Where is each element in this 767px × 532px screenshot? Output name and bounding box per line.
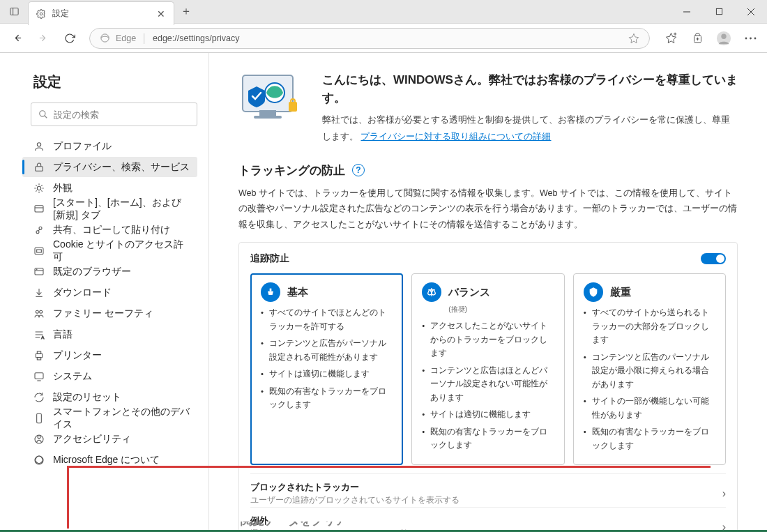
favorite-icon[interactable]: [628, 33, 639, 44]
svg-rect-44: [37, 413, 42, 423]
blocked-trackers-row[interactable]: ブロックされたトラッカー ユーザーの追跡がブロックされているサイトを表示する ›: [250, 473, 726, 507]
tracking-description: Web サイトでは、トラッカーを使用して閲覧に関する情報を収集します。Web サ…: [238, 185, 738, 233]
nav-label: 既定のブラウザー: [53, 266, 131, 278]
mode-card-バランス[interactable]: バランス(推奨)アクセスしたことがないサイトからのトラッカーをブロックしますコン…: [411, 273, 564, 465]
nav-icon: [33, 392, 45, 403]
sidebar-item-13[interactable]: スマートフォンとその他のデバイス: [22, 408, 197, 428]
nav-icon: [33, 225, 45, 236]
collections-button[interactable]: [686, 27, 708, 50]
nav-label: プロファイル: [53, 140, 112, 153]
menu-button[interactable]: [739, 27, 761, 50]
blocked-title: ブロックされたトラッカー: [250, 481, 460, 494]
toolbar: Edge │ edge://settings/privacy: [0, 24, 767, 53]
tab-title: 設定: [52, 8, 150, 20]
nav-label: プライバシー、検索、サービス: [53, 161, 190, 174]
nav-label: 言語: [53, 328, 73, 341]
svg-rect-50: [259, 110, 276, 116]
back-button[interactable]: [6, 27, 28, 50]
sidebar-item-12[interactable]: 設定のリセット: [22, 387, 197, 407]
svg-point-46: [35, 435, 43, 443]
window-titlebar: 設定 ✕ ＋: [0, 0, 767, 24]
help-icon[interactable]: ?: [352, 164, 365, 176]
svg-marker-11: [666, 33, 676, 43]
sidebar-item-1[interactable]: プライバシー、検索、サービス: [22, 157, 197, 177]
privacy-link[interactable]: プライバシーに対する取り組みについての詳細: [360, 132, 551, 142]
sidebar-item-11[interactable]: システム: [22, 366, 197, 386]
sidebar-item-9[interactable]: A言語: [22, 324, 197, 344]
profile-button[interactable]: [713, 27, 735, 50]
svg-rect-31: [37, 250, 42, 252]
svg-point-21: [754, 37, 756, 39]
svg-rect-30: [35, 248, 43, 254]
svg-point-22: [40, 111, 45, 116]
nav-label: アクセシビリティ: [53, 433, 131, 446]
mode-card-厳重[interactable]: 厳重すべてのサイトから送られるトラッカーの大部分をブロックしますコンテンツと広告…: [573, 273, 726, 465]
nav-label: ファミリー セーフティ: [53, 307, 153, 320]
chevron-right-icon: ›: [722, 487, 726, 500]
sidebar-item-10[interactable]: プリンター: [22, 345, 197, 365]
nav-icon: [33, 371, 45, 382]
svg-rect-42: [35, 372, 43, 379]
svg-rect-25: [36, 166, 43, 171]
nav-icon: [33, 287, 45, 298]
sidebar-item-6[interactable]: 既定のブラウザー: [22, 261, 197, 282]
svg-point-34: [36, 269, 37, 270]
svg-rect-0: [10, 8, 17, 15]
blocked-sub: ユーザーの追跡がブロックされているサイトを表示する: [250, 495, 460, 506]
sidebar-item-7[interactable]: ダウンロード: [22, 282, 197, 303]
svg-point-9: [101, 34, 109, 42]
settings-sidebar: 設定 プロファイルプライバシー、検索、サービス外観[スタート]、[ホーム]、およ…: [0, 53, 209, 530]
sidebar-item-14[interactable]: アクセシビリティ: [22, 429, 197, 449]
sidebar-item-15[interactable]: Microsoft Edge について: [22, 450, 197, 470]
forward-button[interactable]: [32, 27, 54, 50]
svg-point-20: [750, 37, 752, 39]
svg-point-24: [37, 142, 40, 146]
chevron-right-icon: ›: [722, 521, 726, 530]
hero-heading: こんにちは、WINDOWSさん。弊社ではお客様のプライバシーを尊重しています。: [322, 71, 738, 107]
tab-actions-button[interactable]: [0, 0, 28, 23]
nav-icon: [33, 266, 45, 278]
favorites-button[interactable]: [660, 27, 682, 50]
sidebar-item-0[interactable]: プロファイル: [22, 136, 197, 156]
address-bar[interactable]: Edge │ edge://settings/privacy: [89, 28, 650, 49]
nav-icon: [33, 204, 45, 215]
sidebar-item-8[interactable]: ファミリー セーフティ: [22, 303, 197, 324]
tracking-toggle[interactable]: [701, 253, 726, 264]
svg-point-36: [36, 310, 38, 313]
address-url: edge://settings/privacy: [153, 33, 623, 43]
sidebar-item-3[interactable]: [スタート]、[ホーム]、および [新規] タブ: [22, 199, 197, 219]
browser-tab[interactable]: 設定 ✕: [28, 1, 174, 25]
svg-point-26: [37, 186, 40, 190]
sidebar-item-2[interactable]: 外観: [22, 178, 197, 198]
close-tab-button[interactable]: ✕: [155, 8, 167, 20]
privacy-illustration: [238, 71, 303, 124]
nav-label: Microsoft Edge について: [53, 454, 160, 466]
svg-rect-27: [35, 205, 43, 211]
svg-marker-10: [629, 33, 638, 43]
search-field[interactable]: [54, 109, 190, 120]
refresh-button[interactable]: [59, 27, 81, 50]
nav-icon: A: [33, 329, 45, 340]
tracking-card: 追跡防止 基本すべてのサイトでほとんどのトラッカーを許可するコンテンツと広告がパ…: [238, 242, 738, 530]
svg-rect-39: [36, 354, 42, 357]
sidebar-item-5[interactable]: Cookie とサイトのアクセス許可: [22, 241, 197, 261]
svg-text:A: A: [41, 335, 44, 340]
minimize-button[interactable]: [671, 0, 703, 23]
address-protocol: Edge: [116, 33, 136, 43]
section-tracking-title: トラッキングの防止?: [238, 162, 738, 178]
edge-icon: [100, 33, 110, 43]
svg-rect-41: [37, 357, 40, 359]
nav-label: プリンター: [53, 349, 102, 362]
new-tab-button[interactable]: ＋: [174, 0, 198, 23]
svg-line-23: [45, 116, 47, 119]
svg-point-18: [721, 33, 726, 38]
maximize-button[interactable]: [703, 0, 735, 23]
nav-icon: [33, 413, 45, 424]
mode-card-基本[interactable]: 基本すべてのサイトでほとんどのトラッカーを許可するコンテンツと広告がパーソナル設…: [250, 273, 403, 465]
sidebar-item-4[interactable]: 共有、コピーして貼り付け: [22, 220, 197, 240]
sidebar-title: 設定: [33, 73, 197, 91]
nav-label: 外観: [53, 182, 73, 195]
settings-search-input[interactable]: [31, 102, 197, 126]
nav-icon: [33, 141, 45, 152]
close-window-button[interactable]: [735, 0, 767, 23]
